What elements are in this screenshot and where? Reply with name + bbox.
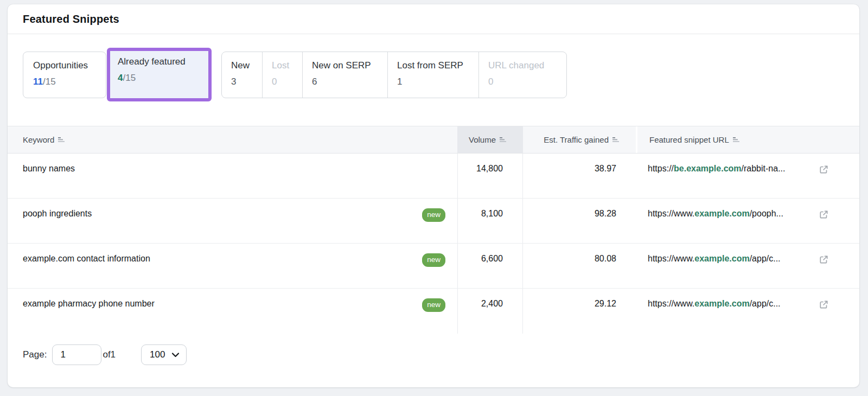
url-domain: example.com	[694, 209, 749, 218]
volume-cell: 14,800	[457, 154, 523, 198]
url-cell: https://www.example.com/pooph...	[636, 199, 859, 243]
table-header-row: Keyword Volume Est. Traffic gained Featu…	[8, 126, 859, 154]
keyword-cell: pooph ingredients new	[8, 199, 457, 243]
page-title: Featured Snippets	[23, 13, 119, 25]
tab-count: 1	[397, 76, 478, 87]
keyword-text: example.com contact information	[23, 254, 150, 264]
snippet-url-link[interactable]: https://www.example.com/app/c...	[648, 254, 781, 264]
column-label: Volume	[469, 135, 496, 144]
table-row: example.com contact information new 6,60…	[8, 244, 859, 289]
page-of-label: of1	[103, 349, 116, 360]
snippet-url-link[interactable]: https://be.example.com/rabbit-na...	[648, 164, 785, 174]
tab-label: Opportunities	[33, 60, 106, 71]
url-prefix: https://	[648, 164, 674, 173]
column-label: Est. Traffic gained	[544, 135, 609, 144]
sort-icon	[733, 137, 740, 143]
url-path: /app/c...	[750, 299, 781, 308]
sort-icon	[58, 137, 65, 143]
tab-count: 3	[231, 76, 262, 87]
filter-tab-opportunities[interactable]: Opportunities 11/15	[23, 52, 106, 98]
traffic-cell: 29.12	[523, 289, 636, 334]
traffic-cell: 98.28	[523, 199, 636, 243]
traffic-cell: 38.97	[523, 154, 636, 198]
status-filter-group: New 3 Lost 0 New on SERP 6 Lost from SER…	[221, 52, 567, 98]
tab-label: Lost	[272, 60, 302, 71]
traffic-cell: 80.08	[523, 244, 636, 288]
new-badge: new	[422, 208, 445, 222]
column-label: Featured snippet URL	[649, 135, 729, 144]
sort-icon	[612, 137, 620, 143]
table-row: pooph ingredients new 8,100 98.28 https:…	[8, 199, 859, 244]
volume-cell: 2,400	[457, 289, 523, 334]
external-link-icon[interactable]	[819, 164, 829, 175]
url-domain: example.com	[694, 254, 749, 263]
url-path: /pooph...	[750, 209, 783, 218]
external-link-icon[interactable]	[819, 299, 829, 310]
chevron-down-icon	[171, 352, 180, 357]
url-cell: https://www.example.com/app/c...	[636, 244, 859, 288]
filter-tab-already-featured[interactable]: Already featured 4/15	[110, 51, 208, 98]
count-value: 11	[33, 76, 43, 87]
pagination: Page: of1 100	[23, 344, 187, 365]
keyword-cell: bunny names	[8, 154, 457, 198]
tab-count: 0	[272, 76, 302, 87]
volume-cell: 8,100	[457, 199, 523, 243]
keyword-text: bunny names	[23, 164, 75, 174]
tab-count: 11/15	[33, 76, 106, 87]
new-badge: new	[422, 253, 445, 267]
tab-label: Lost from SERP	[397, 60, 478, 71]
new-badge: new	[422, 298, 445, 312]
tab-label: Already featured	[118, 56, 208, 67]
tab-count: 0	[488, 76, 566, 87]
keyword-text: example pharmacy phone number	[23, 299, 155, 309]
tab-count: 6	[312, 76, 387, 87]
url-domain: example.com	[694, 299, 749, 308]
keyword-cell: example pharmacy phone number new	[8, 289, 457, 334]
keyword-text: pooph ingredients	[23, 209, 92, 219]
keyword-cell: example.com contact information new	[8, 244, 457, 288]
snippet-url-link[interactable]: https://www.example.com/app/c...	[648, 299, 781, 309]
url-cell: https://www.example.com/app/c...	[636, 289, 859, 334]
status-tab-lost[interactable]: Lost 0	[262, 52, 302, 98]
url-domain: be.example.com	[674, 164, 742, 173]
external-link-icon[interactable]	[819, 209, 829, 220]
url-cell: https://be.example.com/rabbit-na...	[636, 154, 859, 198]
url-path: /rabbit-na...	[742, 164, 786, 173]
tab-count: 4/15	[118, 73, 208, 84]
tab-label: URL changed	[488, 60, 566, 71]
table-row: example pharmacy phone number new 2,400 …	[8, 289, 859, 334]
table-body: bunny names 14,800 38.97 https://be.exam…	[8, 154, 859, 334]
page-size-value: 100	[150, 349, 165, 360]
url-prefix: https://www.	[648, 254, 694, 263]
featured-snippets-table: Keyword Volume Est. Traffic gained Featu…	[8, 126, 859, 334]
annotation-highlight: Already featured 4/15	[107, 48, 212, 101]
page-input[interactable]	[52, 344, 101, 365]
table-row: bunny names 14,800 38.97 https://be.exam…	[8, 154, 859, 199]
status-tab-lost-from-serp[interactable]: Lost from SERP 1	[387, 52, 478, 98]
status-tab-new[interactable]: New 3	[222, 52, 262, 98]
page-label: Page:	[23, 349, 47, 360]
sort-icon	[500, 137, 507, 143]
page-size-select[interactable]: 100	[141, 344, 187, 365]
url-prefix: https://www.	[648, 209, 694, 218]
status-tab-new-on-serp[interactable]: New on SERP 6	[302, 52, 387, 98]
count-total: /15	[123, 73, 136, 83]
url-path: /app/c...	[750, 254, 781, 263]
tab-label: New on SERP	[312, 60, 387, 71]
table-header-traffic[interactable]: Est. Traffic gained	[523, 126, 636, 153]
url-prefix: https://www.	[648, 299, 694, 308]
featured-snippets-panel: Featured Snippets Opportunities 11/15 Al…	[8, 4, 859, 387]
external-link-icon[interactable]	[819, 254, 829, 265]
table-header-url[interactable]: Featured snippet URL	[636, 126, 859, 153]
column-label: Keyword	[23, 135, 54, 144]
volume-cell: 6,600	[457, 244, 523, 288]
table-header-volume[interactable]: Volume	[457, 126, 523, 153]
table-header-keyword[interactable]: Keyword	[8, 126, 457, 153]
snippet-url-link[interactable]: https://www.example.com/pooph...	[648, 209, 783, 219]
status-tab-url-changed[interactable]: URL changed 0	[478, 52, 566, 98]
panel-header: Featured Snippets	[8, 4, 859, 34]
count-total: /15	[43, 76, 56, 87]
tab-label: New	[231, 60, 262, 71]
